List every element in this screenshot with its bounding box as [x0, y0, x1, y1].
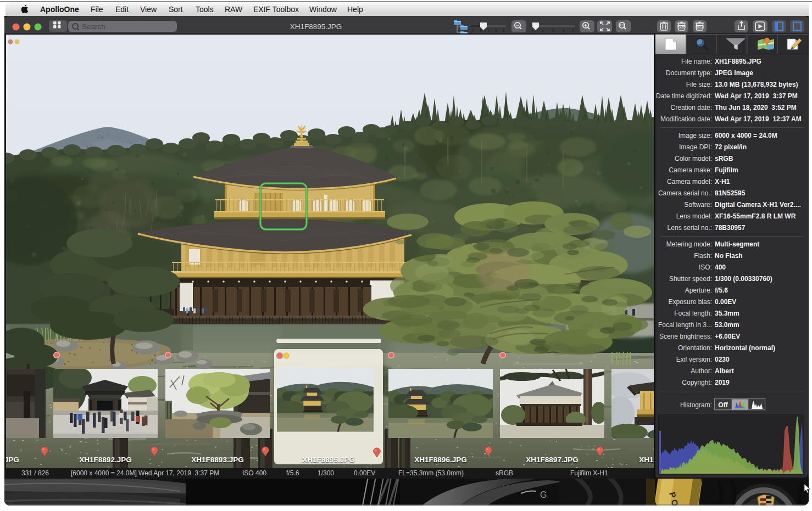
svg-text:XH1F8895.JPG: XH1F8895.JPG	[290, 23, 342, 31]
svg-text:G: G	[540, 490, 547, 499]
svg-text:RAW: RAW	[697, 26, 703, 29]
svg-text:JPEG: JPEG	[678, 26, 685, 29]
svg-text:Off: Off	[718, 401, 728, 409]
svg-text:Search: Search	[82, 23, 105, 31]
